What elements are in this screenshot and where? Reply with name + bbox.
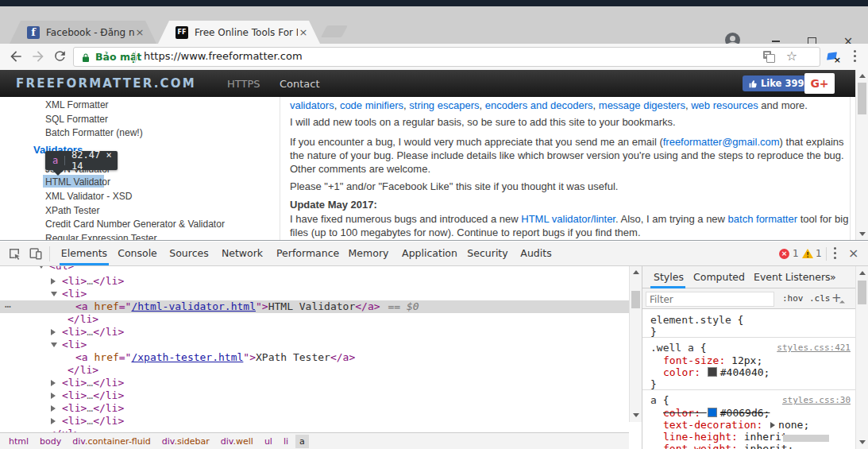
ellipsis[interactable]: … [87, 275, 93, 287]
error-count[interactable]: 1 [793, 242, 799, 266]
tab-styles[interactable]: Styles [654, 266, 684, 288]
link-string-escapers[interactable]: string escapers [409, 99, 479, 111]
browser-menu-icon[interactable] [854, 50, 856, 52]
tab-audits[interactable]: Audits [518, 242, 554, 265]
tab-computed[interactable]: Computed [693, 266, 745, 288]
toggle-element-classes[interactable]: .cls [809, 288, 831, 309]
expand-arrow-icon[interactable] [51, 405, 56, 412]
tab-event-listeners[interactable]: Event Listeners [754, 266, 831, 288]
link-validators[interactable]: validators [290, 99, 334, 111]
toggle-hover-state[interactable]: :hov [782, 288, 804, 309]
tab-console[interactable]: Console [116, 242, 159, 265]
tab-sources[interactable]: Sources [167, 242, 211, 265]
ellipsis[interactable]: … [87, 402, 93, 414]
tab-memory[interactable]: Memory [346, 242, 391, 265]
tab-close-icon[interactable] [298, 27, 309, 38]
google-plus-button[interactable]: G+ [804, 73, 835, 94]
extension-icon[interactable] [827, 51, 840, 64]
error-badge-icon[interactable] [779, 249, 789, 259]
browser-tab-freeformatter[interactable]: Free Online Tools For Dev [158, 21, 320, 44]
sidebar-item-xpath-tester[interactable]: XPath Tester [45, 205, 99, 216]
dom-node-li-collapsed[interactable]: <li>…</li> [0, 377, 629, 389]
scroll-down-icon[interactable] [859, 440, 866, 444]
styles-filter-input[interactable] [646, 292, 774, 307]
link-html-validator-linter[interactable]: HTML validator/linter [521, 213, 615, 225]
tab-application[interactable]: Application [402, 242, 457, 265]
expand-property-icon[interactable] [770, 422, 775, 428]
back-button[interactable] [8, 48, 24, 64]
scroll-up-icon[interactable] [859, 74, 866, 78]
warning-count[interactable]: 1 [816, 242, 822, 266]
css-property-overridden[interactable]: color#0069d6 [663, 407, 770, 419]
dom-node-selected-anchor[interactable]: ⋯ <a href="/html-validator.html">HTML Va… [0, 300, 629, 313]
forward-button[interactable] [30, 48, 46, 64]
link-email[interactable]: freeformatter@gmail.com [663, 136, 780, 148]
dom-node-li-open[interactable]: <li> [0, 288, 629, 300]
expand-arrow-icon[interactable] [51, 393, 56, 399]
css-property[interactable]: line-heightinherit [663, 431, 793, 443]
device-toolbar-icon[interactable] [29, 246, 43, 261]
crumb-ul[interactable]: ul [260, 435, 276, 448]
link-encoders-decoders[interactable]: encoders and decoders [485, 99, 593, 111]
warning-badge-icon[interactable] [802, 249, 813, 258]
crumb-sidebar[interactable]: div.sidebar [158, 435, 214, 448]
devtools-menu-icon[interactable] [834, 247, 836, 250]
css-property[interactable]: font-weightinherit [663, 443, 793, 449]
crumb-body[interactable]: body [36, 435, 65, 448]
attr-value-link[interactable]: /xpath-tester.html [131, 351, 243, 363]
collapse-arrow-icon[interactable] [51, 343, 57, 347]
expand-arrow-icon[interactable] [51, 418, 56, 424]
dom-node-li-collapsed[interactable]: <li>…</li> [0, 415, 629, 428]
expand-arrow-icon[interactable] [51, 329, 56, 335]
ellipsis[interactable]: … [87, 389, 93, 401]
scrollbar-thumb[interactable] [631, 291, 640, 308]
crumb-a-selected[interactable]: a [295, 435, 309, 448]
dom-node-li-close[interactable]: </li> [0, 364, 629, 377]
link-batch-formatter[interactable]: batch formatter [728, 213, 797, 225]
nav-https[interactable]: HTTPS [227, 78, 260, 90]
dom-node-li-close[interactable]: </li> [0, 313, 629, 326]
sidebar-item-batch-formatter[interactable]: Batch Formatter (new!) [45, 127, 143, 138]
tab-close-icon[interactable] [134, 27, 145, 38]
tab-security[interactable]: Security [465, 242, 510, 265]
new-tab-button[interactable] [321, 25, 348, 37]
dom-node-li-open[interactable]: <li> [0, 339, 629, 351]
collapse-arrow-icon[interactable] [51, 292, 57, 296]
tab-elements[interactable]: Elements [60, 242, 109, 265]
sidebar-item-regex-tester[interactable]: Regular Expression Tester [45, 233, 157, 240]
expand-arrow-icon[interactable] [51, 380, 56, 386]
ellipsis[interactable]: … [87, 377, 93, 389]
scroll-down-icon[interactable] [633, 413, 639, 417]
crumb-html[interactable]: html [5, 435, 33, 448]
crumb-container-fluid[interactable]: div.container-fluid [68, 435, 155, 448]
rule-element-style[interactable]: element.style { [650, 314, 743, 326]
page-scrollbar[interactable] [855, 70, 868, 240]
rule-a[interactable]: a { [650, 394, 669, 406]
sidebar-item-html-validator[interactable]: HTML Validator [45, 176, 110, 188]
sidebar-item-credit-card-generator[interactable]: Credit Card Number Generator & Validator [45, 219, 225, 230]
dom-node-li-collapsed[interactable]: <li>…</li> [0, 275, 629, 288]
new-style-rule-button[interactable]: + [831, 288, 842, 309]
translate-icon[interactable] [763, 51, 775, 63]
link-code-minifiers[interactable]: code minifiers [340, 99, 403, 111]
scroll-up-icon[interactable] [859, 271, 866, 275]
ellipsis[interactable]: … [87, 326, 93, 338]
bookmark-star-icon[interactable] [786, 48, 797, 64]
color-swatch[interactable] [708, 367, 717, 377]
link-message-digesters[interactable]: message digesters [599, 99, 685, 111]
scroll-down-icon[interactable] [859, 232, 866, 236]
sidebar-item-xml-validator-xsd[interactable]: XML Validator - XSD [45, 191, 132, 202]
url-input[interactable] [144, 50, 684, 62]
tab-network[interactable]: Network [219, 242, 265, 265]
reload-button[interactable] [52, 48, 68, 64]
link-web-resources[interactable]: web resources [691, 99, 758, 111]
scrollbar-thumb[interactable] [858, 281, 866, 304]
address-bar[interactable]: Bảo mật [73, 47, 820, 67]
crumb-li[interactable]: li [280, 435, 292, 448]
browser-tab-facebook[interactable]: Facebook - Đăng nhập h [10, 21, 156, 44]
dom-tree-scrollbar[interactable] [629, 266, 642, 422]
css-property[interactable]: text-decorationnone [663, 419, 809, 431]
sidebar-item-xml-formatter[interactable]: XML Formatter [45, 99, 109, 110]
tab-performance[interactable]: Performance [276, 242, 338, 265]
expand-arrow-icon[interactable] [51, 278, 56, 284]
